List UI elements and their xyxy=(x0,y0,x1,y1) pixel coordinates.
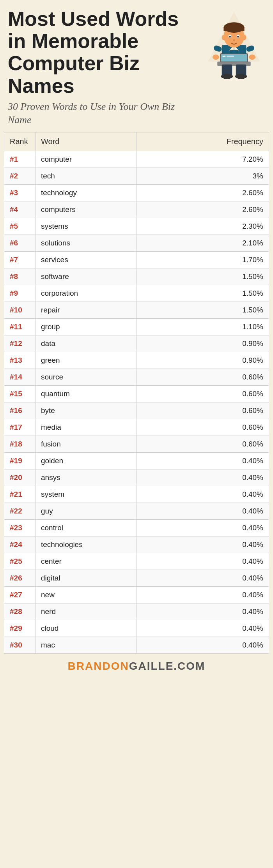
cell-word: corporation xyxy=(35,285,137,302)
cell-frequency: 0.60% xyxy=(137,386,269,402)
header-section: Most Used Words in Memorable Computer Bi… xyxy=(0,0,273,130)
table-row: #23control0.40% xyxy=(4,520,269,536)
cell-word: control xyxy=(35,520,137,536)
cell-rank: #15 xyxy=(4,386,35,402)
col-header-rank: Rank xyxy=(4,132,35,151)
cell-rank: #18 xyxy=(4,436,35,453)
cell-frequency: 0.60% xyxy=(137,402,269,419)
cell-frequency: 7.20% xyxy=(137,151,269,168)
cell-word: quantum xyxy=(35,386,137,402)
cell-frequency: 0.40% xyxy=(137,486,269,503)
cell-word: mac xyxy=(35,637,137,654)
cell-rank: #23 xyxy=(4,520,35,536)
svg-point-15 xyxy=(213,55,219,60)
cell-rank: #21 xyxy=(4,486,35,503)
cell-frequency: 2.30% xyxy=(137,218,269,235)
cell-word: cloud xyxy=(35,620,137,637)
cell-frequency: 0.40% xyxy=(137,469,269,486)
cell-word: software xyxy=(35,268,137,285)
cell-frequency: 1.50% xyxy=(137,268,269,285)
cell-word: digital xyxy=(35,570,137,587)
cell-word: green xyxy=(35,352,137,369)
cell-rank: #26 xyxy=(4,570,35,587)
svg-point-12 xyxy=(243,35,246,40)
table-row: #13green0.90% xyxy=(4,352,269,369)
cell-rank: #29 xyxy=(4,620,35,637)
cell-frequency: 0.40% xyxy=(137,503,269,520)
page-wrapper: Most Used Words in Memorable Computer Bi… xyxy=(0,0,273,678)
cell-word: services xyxy=(35,252,137,268)
cell-rank: #20 xyxy=(4,469,35,486)
cell-word: new xyxy=(35,587,137,603)
svg-rect-21 xyxy=(227,56,234,57)
subtitle: 30 Proven Words to Use in Your Own Biz N… xyxy=(8,100,199,127)
cell-rank: #13 xyxy=(4,352,35,369)
svg-point-25 xyxy=(235,74,247,79)
cell-frequency: 2.10% xyxy=(137,235,269,252)
cell-word: repair xyxy=(35,302,137,319)
table-row: #18fusion0.60% xyxy=(4,436,269,453)
cell-word: center xyxy=(35,553,137,570)
cell-rank: #16 xyxy=(4,402,35,419)
cell-frequency: 2.60% xyxy=(137,185,269,201)
cell-word: solutions xyxy=(35,235,137,252)
svg-rect-5 xyxy=(223,28,244,32)
table-row: #8software1.50% xyxy=(4,268,269,285)
cell-rank: #7 xyxy=(4,252,35,268)
table-header-row: Rank Word Frequency xyxy=(4,132,269,151)
cell-frequency: 0.90% xyxy=(137,335,269,352)
table-row: #25center0.40% xyxy=(4,553,269,570)
cell-rank: #6 xyxy=(4,235,35,252)
svg-point-16 xyxy=(249,55,255,60)
cell-frequency: 2.60% xyxy=(137,201,269,218)
footer-text: BRANDONGAILLE.COM xyxy=(68,660,206,672)
table-row: #11group1.10% xyxy=(4,319,269,335)
cell-rank: #24 xyxy=(4,536,35,553)
cell-frequency: 0.40% xyxy=(137,587,269,603)
table-row: #17media0.60% xyxy=(4,419,269,436)
cell-frequency: 3% xyxy=(137,168,269,185)
table-row: #26digital0.40% xyxy=(4,570,269,587)
footer-brand: BRANDON xyxy=(68,660,129,672)
cell-frequency: 0.40% xyxy=(137,603,269,620)
cell-word: group xyxy=(35,319,137,335)
svg-point-10 xyxy=(233,39,235,41)
cell-word: system xyxy=(35,486,137,503)
cell-frequency: 1.10% xyxy=(137,319,269,335)
cell-frequency: 1.50% xyxy=(137,285,269,302)
cell-word: data xyxy=(35,335,137,352)
cell-rank: #5 xyxy=(4,218,35,235)
table-row: #16byte0.60% xyxy=(4,402,269,419)
cell-rank: #12 xyxy=(4,335,35,352)
cell-word: technologies xyxy=(35,536,137,553)
table-row: #30mac0.40% xyxy=(4,637,269,654)
cell-rank: #2 xyxy=(4,168,35,185)
table-row: #1computer7.20% xyxy=(4,151,269,168)
cell-rank: #25 xyxy=(4,553,35,570)
cell-frequency: 0.60% xyxy=(137,436,269,453)
table-row: #27new0.40% xyxy=(4,587,269,603)
cell-frequency: 0.60% xyxy=(137,369,269,386)
cell-rank: #19 xyxy=(4,453,35,469)
cell-rank: #3 xyxy=(4,185,35,201)
footer-domain: GAILLE.COM xyxy=(129,660,206,672)
cell-frequency: 0.40% xyxy=(137,637,269,654)
cell-rank: #27 xyxy=(4,587,35,603)
person-illustration xyxy=(205,10,263,84)
cell-word: computers xyxy=(35,201,137,218)
table-row: #29cloud0.40% xyxy=(4,620,269,637)
svg-point-9 xyxy=(237,36,239,38)
cell-rank: #4 xyxy=(4,201,35,218)
cell-rank: #11 xyxy=(4,319,35,335)
cell-word: media xyxy=(35,419,137,436)
cell-rank: #10 xyxy=(4,302,35,319)
cell-rank: #9 xyxy=(4,285,35,302)
table-row: #14source0.60% xyxy=(4,369,269,386)
table-row: #10repair1.50% xyxy=(4,302,269,319)
cell-word: systems xyxy=(35,218,137,235)
cell-word: ansys xyxy=(35,469,137,486)
svg-point-8 xyxy=(229,36,231,38)
table-row: #6solutions2.10% xyxy=(4,235,269,252)
table-section: Rank Word Frequency #1computer7.20%#2tec… xyxy=(0,132,273,654)
table-row: #5systems2.30% xyxy=(4,218,269,235)
